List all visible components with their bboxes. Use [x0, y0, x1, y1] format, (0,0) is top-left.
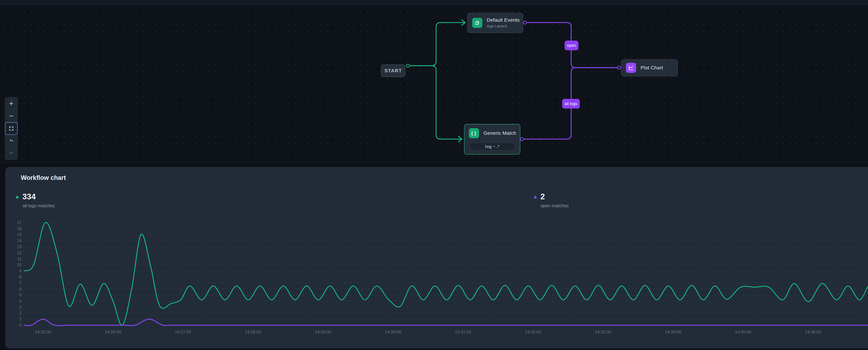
- svg-text:2: 2: [19, 311, 22, 315]
- node-generic-match[interactable]: { } Generic Match log ~ .*: [464, 124, 520, 154]
- match-condition[interactable]: log ~ .*: [470, 143, 515, 150]
- svg-text:14:35:00: 14:35:00: [735, 329, 751, 334]
- svg-text:16: 16: [17, 226, 22, 231]
- svg-text:14:30:00: 14:30:00: [385, 329, 401, 334]
- svg-text:15: 15: [17, 233, 22, 237]
- workflow-edges: [0, 5, 868, 162]
- zoom-in-button[interactable]: [5, 97, 18, 110]
- workflow-chart-plot: 0123456789101112131415161714:25:0014:26:…: [5, 167, 868, 348]
- svg-text:5: 5: [19, 293, 22, 297]
- workflow-app: START Default Events App Launch: [0, 0, 868, 350]
- node-title: Plot Chart: [641, 65, 663, 71]
- edge-label-open[interactable]: open: [564, 41, 579, 50]
- svg-text:14:34:00: 14:34:00: [665, 329, 681, 334]
- svg-text:14:29:00: 14:29:00: [315, 329, 331, 334]
- fit-view-button[interactable]: [5, 122, 18, 135]
- svg-text:4: 4: [19, 299, 22, 303]
- svg-text:14:28:00: 14:28:00: [245, 329, 261, 334]
- svg-text:14:33:00: 14:33:00: [595, 329, 611, 334]
- canvas-toolbar: [5, 97, 18, 160]
- svg-text:14:26:00: 14:26:00: [105, 329, 121, 334]
- svg-text:9: 9: [19, 269, 22, 273]
- edge-label-all-logs[interactable]: all logs: [562, 99, 580, 109]
- node-subtitle: App Launch: [487, 24, 520, 29]
- svg-text:8: 8: [19, 275, 22, 279]
- svg-text:7: 7: [19, 281, 22, 285]
- redo-button[interactable]: [5, 147, 18, 160]
- workflow-canvas[interactable]: START Default Events App Launch: [0, 5, 868, 162]
- line-chart-icon: [626, 63, 636, 73]
- workflow-chart-panel: Workflow chart last 15 minutes 334 all l…: [5, 167, 868, 348]
- svg-text:17: 17: [17, 220, 22, 225]
- svg-text:0: 0: [19, 323, 22, 327]
- svg-text:1: 1: [19, 317, 22, 321]
- top-header-bar: [0, 0, 868, 5]
- svg-text:11: 11: [18, 256, 22, 261]
- zoom-out-button[interactable]: [5, 110, 18, 122]
- svg-text:3: 3: [19, 305, 22, 309]
- svg-text:13: 13: [17, 244, 22, 249]
- svg-text:6: 6: [19, 287, 22, 291]
- braces-icon: { }: [469, 128, 479, 138]
- undo-button[interactable]: [5, 135, 18, 147]
- node-default-events[interactable]: Default Events App Launch: [467, 13, 523, 33]
- svg-text:10: 10: [17, 262, 22, 267]
- svg-text:14:25:00: 14:25:00: [35, 329, 51, 334]
- node-plot-chart[interactable]: Plot Chart: [621, 59, 678, 76]
- svg-text:14:32:00: 14:32:00: [525, 329, 541, 334]
- node-title: Default Events: [487, 18, 520, 23]
- start-node[interactable]: START: [381, 65, 405, 77]
- svg-text:14: 14: [17, 238, 22, 243]
- node-title: Generic Match: [484, 131, 516, 136]
- svg-text:12: 12: [17, 250, 22, 255]
- bookmark-icon: [472, 18, 482, 28]
- svg-text:14:27:00: 14:27:00: [175, 329, 191, 334]
- svg-text:14:36:00: 14:36:00: [805, 329, 821, 334]
- svg-text:14:31:00: 14:31:00: [455, 329, 471, 334]
